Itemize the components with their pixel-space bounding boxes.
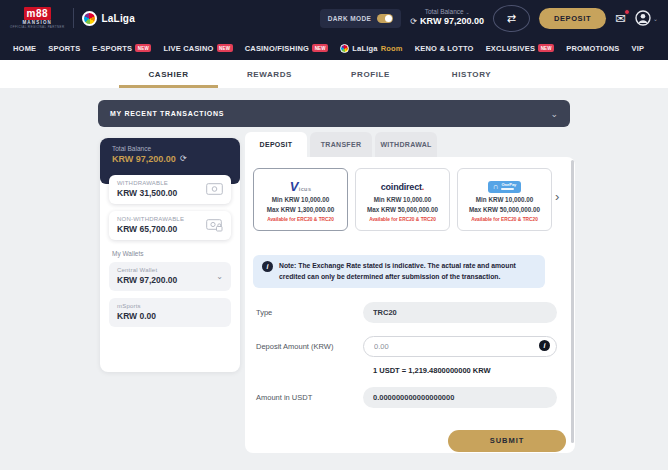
payment-method-onepay[interactable]: ∩ OnePay Min KRW 10,000.00 Max KRW 50,00…: [457, 168, 552, 231]
central-wallet-card[interactable]: Central Wallet KRW 97,200.00 ⌄: [109, 262, 231, 291]
laliga-room-icon: [340, 44, 349, 53]
brand-logos[interactable]: m88 MANSION OFFICIAL REGIONAL PARTNER La…: [10, 7, 135, 30]
nav-item-vip[interactable]: VIP: [632, 44, 645, 53]
total-balance-widget[interactable]: Total Balance ⌄ ⟳ KRW 97,200.00: [410, 8, 484, 28]
deposit-panel: Vicus Min KRW 10,000.00 Max KRW 1,300,00…: [245, 157, 575, 453]
wallet-sidebar: Total Balance KRW 97,200.00 ⟳ WITHDRAWAB…: [100, 138, 240, 372]
payment-method-coindirect[interactable]: coindirect. Min KRW 10,000.00 Max KRW 50…: [355, 168, 450, 231]
central-wallet-value: KRW 97,200.00: [117, 275, 177, 285]
onepay-logo-mark: ∩: [493, 183, 499, 191]
exchange-rate-value: 1 USDT = 1,219.4800000000 KRW: [373, 366, 567, 375]
refresh-icon[interactable]: ⟳: [180, 155, 187, 163]
onepay-logo-text: OnePay: [501, 183, 516, 187]
coindirect-logo-dot: .: [422, 182, 425, 192]
chevron-down-icon: ⌄: [216, 272, 223, 281]
non-withdrawable-value: KRW 65,700.00: [117, 224, 184, 234]
tab-profile[interactable]: PROFILE: [320, 60, 421, 88]
submit-button[interactable]: SUBMIT: [448, 430, 566, 452]
usdt-amount-label: Amount in USDT: [253, 393, 363, 402]
vicus-logo: Vicus: [290, 179, 312, 194]
total-balance-label: Total Balance ⌄: [410, 8, 484, 16]
my-wallets-title: My Wallets: [112, 250, 228, 257]
banknote-icon: [206, 183, 223, 195]
header-actions: DARK MODE Total Balance ⌄ ⟳ KRW 97,200.0…: [320, 5, 658, 32]
usdt-amount-row: Amount in USDT: [253, 386, 567, 408]
withdrawable-label: WITHDRAWABLE: [117, 180, 177, 186]
nav-item-keno-lotto[interactable]: KENO & LOTTO: [415, 44, 474, 53]
vertical-scrollbar[interactable]: [571, 160, 574, 443]
nav-item-casino-fishing[interactable]: CASINO/FISHINGNEW: [245, 44, 329, 53]
account-menu[interactable]: ⌄: [635, 10, 658, 26]
tab-withdrawal[interactable]: WITHDRAWAL: [375, 132, 437, 157]
tab-history[interactable]: HISTORY: [421, 60, 522, 88]
withdrawable-card: WITHDRAWABLE KRW 31,500.00: [109, 175, 231, 204]
avatar-icon: [635, 10, 651, 26]
type-input[interactable]: [363, 302, 557, 323]
carousel-next-icon[interactable]: ›: [555, 190, 559, 203]
deposit-amount-input[interactable]: [363, 336, 557, 357]
type-label: Type: [253, 308, 363, 317]
onepay-logo: ∩ OnePay: [488, 181, 522, 193]
payment-method-vicus[interactable]: Vicus Min KRW 10,000.00 Max KRW 1,300,00…: [253, 168, 348, 231]
min-amount: Min KRW 10,000.00: [374, 195, 431, 205]
new-badge: NEW: [538, 44, 554, 52]
deposit-amount-label: Deposit Amount (KRW): [253, 342, 363, 351]
usdt-amount-input[interactable]: [363, 387, 557, 408]
exchange-rate-note: i Note: The Exchange Rate stated is indi…: [253, 255, 545, 288]
messages-button[interactable]: ✉: [615, 12, 626, 25]
banknote-lock-icon: [206, 219, 223, 232]
sidebar-balance-value: KRW 97,200.00: [112, 154, 176, 164]
nav-item-exclusives[interactable]: EXCLUSIVESNEW: [486, 44, 555, 53]
main-navigation: HOME SPORTS E-SPORTSNEW LIVE CASINONEW C…: [0, 36, 668, 60]
tab-cashier[interactable]: CASHIER: [118, 60, 219, 88]
tab-deposit[interactable]: DEPOSIT: [245, 132, 307, 157]
deposit-amount-row: Deposit Amount (KRW) i: [253, 335, 567, 357]
chevron-down-icon: ⌄: [653, 15, 658, 22]
nav-item-laliga-room[interactable]: LaLigaRoom: [340, 44, 402, 53]
transfer-funds-button[interactable]: ⇄: [493, 5, 530, 32]
coindirect-logo: coindirect: [381, 182, 422, 192]
toggle-switch-icon[interactable]: [377, 14, 393, 23]
page: m88 MANSION OFFICIAL REGIONAL PARTNER La…: [0, 0, 668, 470]
active-tab-underline: [119, 85, 218, 88]
info-icon[interactable]: i: [539, 340, 550, 351]
max-amount: Max KRW 50,000,000.00: [469, 205, 540, 215]
recent-transactions-accordion[interactable]: MY RECENT TRANSACTIONS ⌄: [98, 100, 570, 127]
msports-label: mSports: [117, 303, 156, 309]
tab-transfer[interactable]: TRANSFER: [310, 132, 372, 157]
top-header: m88 MANSION OFFICIAL REGIONAL PARTNER La…: [0, 0, 668, 36]
new-badge: NEW: [217, 44, 233, 52]
laliga-crest-icon: [82, 11, 97, 26]
cashier-section: DEPOSIT TRANSFER WITHDRAWAL Vicus Min KR…: [245, 132, 575, 453]
type-row: Type: [253, 301, 567, 323]
nav-item-promotions[interactable]: PROMOTIONS: [566, 44, 619, 53]
refresh-icon[interactable]: ⟳: [410, 18, 417, 26]
total-balance-value: KRW 97,200.00: [420, 16, 484, 28]
swap-arrows-icon: ⇄: [507, 12, 516, 25]
nav-item-sports[interactable]: SPORTS: [48, 44, 80, 53]
dark-mode-toggle[interactable]: DARK MODE: [320, 9, 402, 28]
availability-note: Available for ERC20 & TRC20: [267, 217, 334, 222]
recent-transactions-title: MY RECENT TRANSACTIONS: [110, 110, 224, 117]
min-amount: Min KRW 10,000.00: [272, 195, 329, 205]
brand-divider: [73, 8, 74, 28]
msports-wallet-card: mSports KRW 0.00: [109, 298, 231, 327]
note-text: Note: The Exchange Rate stated is indica…: [279, 261, 536, 282]
m88-logo: m88 MANSION OFFICIAL REGIONAL PARTNER: [10, 7, 65, 30]
info-icon: i: [262, 261, 273, 272]
withdrawable-value: KRW 31,500.00: [117, 188, 177, 198]
payment-method-carousel: Vicus Min KRW 10,000.00 Max KRW 1,300,00…: [253, 168, 567, 231]
nav-item-esports[interactable]: E-SPORTSNEW: [92, 44, 151, 53]
laliga-wordmark: LaLiga: [102, 13, 135, 24]
non-withdrawable-label: NON-WITHDRAWABLE: [117, 216, 184, 222]
max-amount: Max KRW 50,000,000.00: [367, 205, 438, 215]
min-amount: Min KRW 10,000.00: [476, 195, 533, 205]
central-wallet-label: Central Wallet: [117, 267, 177, 273]
availability-note: Available for ERC20 & TRC20: [471, 217, 538, 222]
nav-item-home[interactable]: HOME: [13, 44, 36, 53]
dark-mode-label: DARK MODE: [328, 15, 372, 22]
deposit-button[interactable]: DEPOSIT: [539, 8, 606, 29]
tab-rewards[interactable]: REWARDS: [219, 60, 320, 88]
onepay-logo-underline: [501, 188, 514, 190]
nav-item-live-casino[interactable]: LIVE CASINONEW: [163, 44, 232, 53]
